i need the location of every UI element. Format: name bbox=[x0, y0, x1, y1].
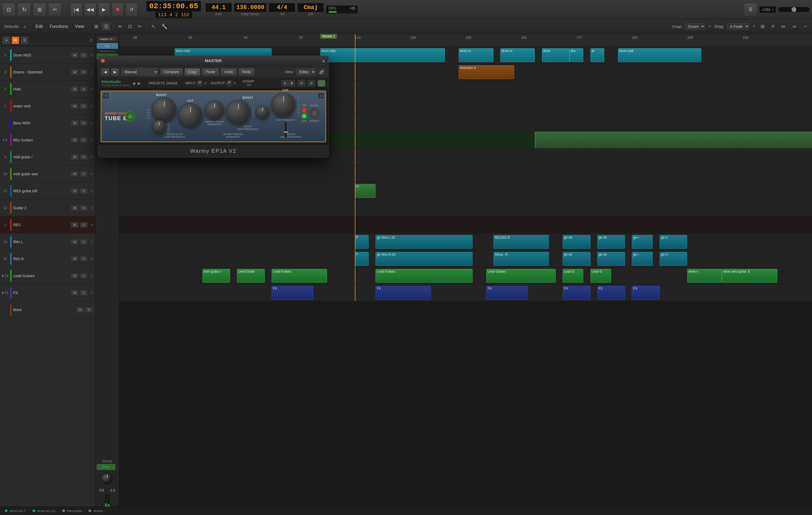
sidebar-settings-btn[interactable]: ⊡ bbox=[90, 38, 92, 42]
clip-gtr-rth[interactable]: gtr rth bbox=[562, 235, 590, 249]
list-btn[interactable]: ☰ bbox=[744, 3, 757, 16]
compare-btn[interactable]: Compare bbox=[160, 69, 182, 75]
boost-low-knob[interactable] bbox=[152, 98, 176, 121]
clip-drum-midi-5[interactable]: drum bbox=[542, 48, 570, 62]
solo-btn[interactable]: S bbox=[80, 188, 88, 194]
clip-drum-midi-8[interactable]: drum midi bbox=[618, 48, 701, 62]
view-menu[interactable]: View bbox=[72, 23, 87, 30]
clip-shiva-r[interactable]: Shiva - R bbox=[493, 252, 549, 266]
record-btn[interactable]: ⏺ bbox=[112, 3, 124, 16]
clip-eerie-v[interactable]: eerie v bbox=[687, 269, 722, 283]
b-btn[interactable]: B bbox=[289, 80, 295, 86]
solo-btn[interactable]: S bbox=[80, 239, 88, 245]
track-row[interactable]: 2 Drum MIDI M S bbox=[0, 47, 95, 64]
clip-gtr-rt2[interactable]: gtr rt bbox=[660, 252, 688, 266]
mute-btn[interactable]: M bbox=[71, 256, 79, 262]
track-row[interactable]: 5 Hats M S bbox=[0, 81, 95, 98]
clip-gtr-rt[interactable]: gtr rt bbox=[660, 235, 688, 249]
hf-slider[interactable] bbox=[285, 122, 287, 138]
play-btn[interactable]: ▶ bbox=[98, 3, 110, 16]
track-row[interactable]: ▶22 FX M S bbox=[0, 284, 95, 301]
add-track-btn[interactable]: + bbox=[3, 36, 10, 44]
copy-btn[interactable]: Copy bbox=[185, 69, 200, 75]
nav-next-btn[interactable]: ▶ bbox=[111, 69, 119, 75]
zoom-out-btn[interactable]: ⇒ bbox=[790, 23, 798, 30]
eq-settings-icon[interactable]: ⚙ bbox=[103, 93, 108, 99]
clip-rec01-r[interactable]: REC#01 R bbox=[493, 235, 549, 249]
grid-view-btn[interactable]: ⊞ bbox=[92, 23, 100, 30]
bandwidth-knob[interactable] bbox=[205, 101, 224, 119]
track-row[interactable]: 4 Drums - Distorted M S bbox=[0, 64, 95, 81]
solo-btn[interactable]: S bbox=[80, 256, 88, 262]
clip-lead-guitars-3[interactable]: Lead Guitars bbox=[486, 269, 555, 283]
mute-btn[interactable]: M bbox=[71, 154, 79, 160]
track-row[interactable]: ▼8 Rhy Guitars M S bbox=[0, 132, 95, 148]
go-start-btn[interactable]: |◀ bbox=[70, 3, 82, 16]
mute-btn[interactable]: M bbox=[71, 52, 79, 58]
clip-drum-midi-6[interactable]: dru bbox=[570, 48, 583, 62]
clip-lead-g1[interactable]: Lead G bbox=[562, 269, 583, 283]
eq-logo-icon[interactable]: ◎ bbox=[318, 93, 324, 99]
track-row[interactable]: 6 snare verb M S bbox=[0, 98, 95, 114]
pointer-btn[interactable]: 🔧 bbox=[159, 23, 169, 30]
power-btn[interactable]: ⏻ bbox=[125, 112, 135, 121]
clip-gtr-rthm-r10[interactable]: gtr rthm R.10 bbox=[376, 252, 472, 266]
clip-eerie-verb[interactable]: eerie verb guitar .8 bbox=[722, 269, 777, 283]
undo-icon-btn[interactable]: ⟲ bbox=[298, 80, 305, 86]
clip-r-r[interactable]: R bbox=[355, 252, 369, 266]
track-row[interactable]: 13 REC M S bbox=[0, 216, 95, 233]
clip-mi[interactable]: mi bbox=[355, 184, 376, 198]
boost-high-knob[interactable] bbox=[227, 100, 251, 124]
track-row[interactable]: 12 Guitar 2 M S bbox=[0, 199, 95, 216]
functions-menu[interactable]: Functions bbox=[47, 23, 70, 30]
edit-menu[interactable]: Edit bbox=[33, 23, 46, 30]
mute-btn[interactable]: M bbox=[71, 273, 79, 279]
clip-gtr-rth2[interactable]: gtr rth bbox=[597, 235, 625, 249]
mute-btn[interactable]: M bbox=[71, 188, 79, 194]
undo-btn[interactable]: Undo bbox=[221, 69, 236, 75]
track-row[interactable]: 10 midi guitar wav M S bbox=[0, 165, 95, 183]
freq-select-knob[interactable] bbox=[153, 120, 166, 133]
clip-fx-6[interactable]: FX bbox=[632, 286, 660, 300]
mute-btn[interactable]: M bbox=[71, 239, 79, 245]
solo-btn[interactable]: S bbox=[80, 290, 88, 296]
scissors-tool-btn[interactable]: ✂ bbox=[136, 23, 144, 30]
mute-btn[interactable]: M bbox=[71, 171, 79, 177]
clip-gtr-rth4[interactable]: gtr rth bbox=[597, 252, 625, 266]
clip-trem[interactable]: trem guitar v bbox=[202, 269, 230, 283]
s-btn[interactable]: S bbox=[21, 36, 28, 44]
off-led[interactable] bbox=[302, 114, 307, 118]
solo-btn[interactable]: S bbox=[85, 307, 93, 313]
configure-btn[interactable]: ⊞ bbox=[33, 3, 46, 16]
boost-high-select-knob[interactable] bbox=[256, 106, 269, 119]
window-btn[interactable]: ⊡ bbox=[2, 3, 16, 16]
volume-knob[interactable] bbox=[101, 472, 114, 486]
cycle-btn[interactable]: ↺ bbox=[125, 3, 138, 16]
mute-btn[interactable]: M bbox=[71, 120, 79, 126]
brand-next-btn[interactable]: ▶ bbox=[138, 81, 141, 85]
list-view-btn[interactable]: ☰ bbox=[102, 23, 111, 30]
clip-drum-midi-7[interactable]: dr bbox=[590, 48, 604, 62]
cut-btn[interactable]: ✂ bbox=[48, 3, 61, 16]
clip-fx-2[interactable]: FX bbox=[376, 286, 431, 300]
snap-mode-btn[interactable]: ⊞ bbox=[758, 23, 767, 30]
a-btn[interactable]: A bbox=[282, 80, 288, 86]
mute-btn[interactable]: M bbox=[76, 307, 84, 313]
track-row[interactable]: ▶16 Lead Guitars M S bbox=[0, 267, 95, 284]
clip-lead-guitar[interactable]: Lead Guitar bbox=[237, 269, 265, 283]
solo-btn[interactable]: S bbox=[80, 171, 88, 177]
track-row[interactable]: 15 Rtm R M S bbox=[0, 250, 95, 267]
read-btn[interactable]: Read bbox=[97, 464, 115, 470]
cursor-btn[interactable]: ↖ bbox=[149, 23, 158, 30]
solo-btn[interactable]: S bbox=[80, 154, 88, 160]
clip-r-l[interactable]: R bbox=[355, 235, 369, 249]
mute-btn[interactable]: M bbox=[71, 86, 79, 92]
select-tool-btn[interactable]: ⊡ bbox=[126, 23, 134, 30]
solo-btn[interactable]: S bbox=[80, 222, 88, 228]
pencil-tool-btn[interactable]: ✏ bbox=[116, 23, 124, 30]
mute-btn[interactable]: M bbox=[71, 222, 79, 228]
clip-lead-guitars-1[interactable]: Lead Guitars bbox=[272, 269, 327, 283]
preset-dropdown[interactable]: Manual bbox=[121, 68, 158, 76]
track-row[interactable]: 14 Rtm L M S bbox=[0, 233, 95, 250]
plugin-close-btn[interactable] bbox=[101, 59, 105, 62]
